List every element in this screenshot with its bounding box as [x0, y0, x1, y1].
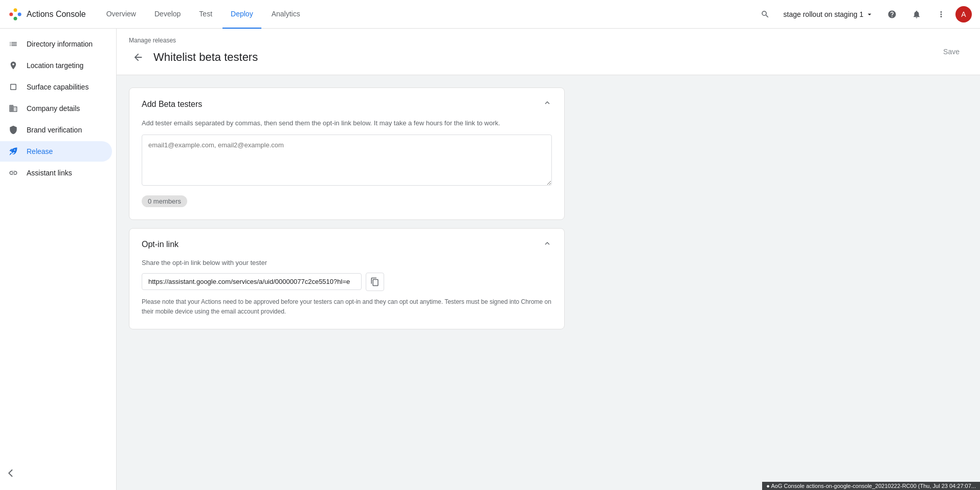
collapse-opt-in-button[interactable]: [543, 239, 552, 251]
sidebar: Directory information Location targeting…: [0, 29, 117, 490]
svg-point-0: [9, 12, 13, 16]
opt-in-link-body: Share the opt-in link below with your te…: [129, 259, 564, 329]
sidebar-label-assistant-links: Assistant links: [27, 169, 72, 177]
content-header: Manage releases Whitelist beta testers S…: [117, 29, 980, 75]
back-button[interactable]: [129, 48, 147, 66]
app-title: Actions Console: [27, 10, 86, 19]
opt-in-link-header: Opt-in link: [129, 229, 564, 259]
opt-in-link-title: Opt-in link: [142, 240, 179, 249]
sidebar-item-company-details[interactable]: Company details: [0, 98, 112, 119]
add-beta-testers-card: Add Beta testers Add tester emails separ…: [129, 87, 565, 220]
sidebar-item-brand-verification[interactable]: Brand verification: [0, 120, 112, 140]
title-area: Manage releases Whitelist beta testers: [129, 37, 258, 66]
sidebar-label-location-targeting: Location targeting: [27, 61, 83, 70]
page-title: Whitelist beta testers: [153, 51, 258, 64]
nav-overview[interactable]: Overview: [98, 0, 144, 29]
sidebar-item-location-targeting[interactable]: Location targeting: [0, 55, 112, 76]
top-nav: Actions Console Overview Develop Test De…: [0, 0, 980, 29]
sidebar-nav: Directory information Location targeting…: [0, 29, 116, 188]
sidebar-item-assistant-links[interactable]: Assistant links: [0, 163, 112, 183]
content-body: Add Beta testers Add tester emails separ…: [117, 75, 577, 350]
members-badge: 0 members: [142, 195, 187, 207]
stage-selector-label: stage rollout on staging 1: [784, 10, 863, 18]
shield-icon: [8, 125, 18, 135]
breadcrumb: Manage releases: [129, 37, 258, 44]
help-button[interactable]: [882, 4, 902, 25]
svg-point-3: [14, 16, 17, 20]
add-beta-testers-header: Add Beta testers: [129, 88, 564, 118]
sidebar-label-company-details: Company details: [27, 104, 80, 113]
nav-deploy[interactable]: Deploy: [222, 0, 261, 29]
building-icon: [8, 103, 18, 114]
search-button[interactable]: [755, 4, 775, 25]
members-count: 0 members: [148, 197, 181, 205]
nav-test[interactable]: Test: [191, 0, 220, 29]
copy-link-button[interactable]: [366, 273, 384, 291]
sidebar-collapse-button[interactable]: [0, 464, 116, 482]
add-beta-testers-body: Add tester emails separated by commas, t…: [129, 118, 564, 219]
sidebar-label-directory-information: Directory information: [27, 40, 93, 48]
more-options-button[interactable]: [931, 4, 951, 25]
link-row: https://assistant.google.com/services/a/…: [142, 273, 552, 291]
nav-right: stage rollout on staging 1 A: [755, 4, 972, 25]
collapse-add-beta-button[interactable]: [543, 98, 552, 110]
save-button[interactable]: Save: [935, 43, 968, 60]
opt-in-description: Share the opt-in link below with your te…: [142, 259, 552, 266]
sidebar-label-release: Release: [27, 147, 53, 155]
nav-links: Overview Develop Test Deploy Analytics: [98, 0, 755, 29]
rocket-icon: [8, 146, 18, 157]
layout: Directory information Location targeting…: [0, 29, 980, 490]
sidebar-item-release[interactable]: Release: [0, 141, 112, 162]
main-content: Manage releases Whitelist beta testers S…: [117, 29, 980, 490]
svg-point-2: [14, 8, 17, 12]
notifications-button[interactable]: [906, 4, 927, 25]
add-beta-testers-description: Add tester emails separated by commas, t…: [142, 118, 552, 128]
svg-point-1: [18, 12, 21, 16]
add-beta-testers-title: Add Beta testers: [142, 100, 202, 109]
nav-analytics[interactable]: Analytics: [263, 0, 308, 29]
email-input[interactable]: [142, 135, 552, 186]
status-bar-text: ● AoG Console actions-on-google-console_…: [766, 483, 976, 489]
nav-develop[interactable]: Develop: [146, 0, 189, 29]
opt-in-link-card: Opt-in link Share the opt-in link below …: [129, 228, 565, 329]
opt-in-note: Please note that your Actions need to be…: [142, 297, 552, 317]
location-icon: [8, 60, 18, 71]
sidebar-label-brand-verification: Brand verification: [27, 126, 82, 134]
page-title-row: Whitelist beta testers: [129, 48, 258, 66]
app-logo[interactable]: Actions Console: [8, 7, 86, 21]
sidebar-label-surface-capabilities: Surface capabilities: [27, 83, 88, 91]
sidebar-item-directory-information[interactable]: Directory information: [0, 34, 112, 54]
opt-in-url: https://assistant.google.com/services/a/…: [142, 273, 362, 290]
user-avatar[interactable]: A: [955, 6, 972, 23]
surface-icon: [8, 82, 18, 92]
status-bar: ● AoG Console actions-on-google-console_…: [762, 482, 980, 490]
list-icon: [8, 39, 18, 49]
sidebar-item-surface-capabilities[interactable]: Surface capabilities: [0, 77, 112, 97]
link-icon: [8, 168, 18, 178]
stage-selector[interactable]: stage rollout on staging 1: [779, 8, 878, 20]
